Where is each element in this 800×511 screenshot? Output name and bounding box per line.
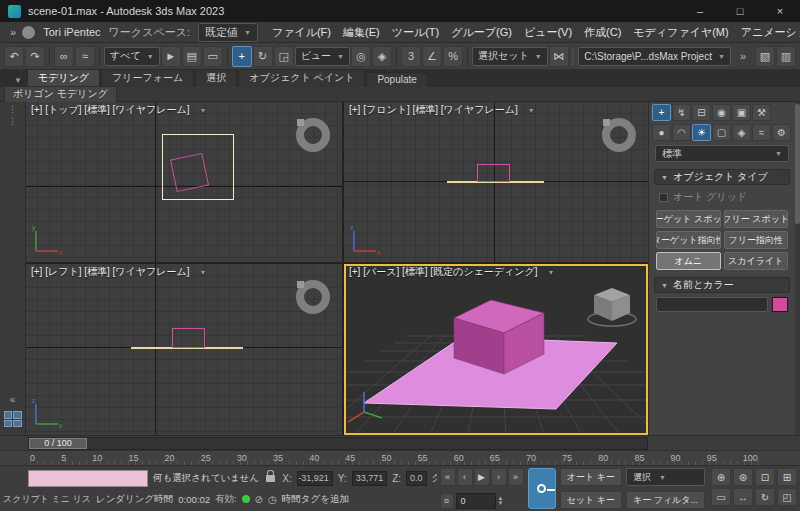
light-type-dropdown[interactable]: 標準 ▼ — [655, 145, 789, 162]
viewport-label-text[interactable]: [+] [フロント] [標準] [ワイヤフレーム] — [349, 103, 518, 117]
y-coordinate-field[interactable]: 33,771 — [352, 471, 388, 486]
keying-selection-dropdown[interactable]: 選択▼ — [626, 468, 705, 486]
object-name-field[interactable] — [656, 297, 768, 312]
current-frame-field[interactable]: 0 — [456, 493, 496, 509]
undo-icon[interactable]: ↶ — [4, 46, 24, 67]
redo-icon[interactable]: ↷ — [25, 46, 45, 67]
selection-lock-icon[interactable] — [266, 475, 275, 482]
add-time-tag[interactable]: 時間タグを追加 — [282, 493, 349, 506]
rotate-icon[interactable]: ↻ — [253, 46, 273, 67]
select-link-icon[interactable]: ∞ — [54, 46, 74, 67]
motion-tab[interactable]: ◉ — [712, 104, 731, 121]
menu-tools[interactable]: ツール(T) — [386, 25, 446, 40]
viewcube[interactable] — [296, 280, 330, 314]
viewport-perspective[interactable]: [+] [パース] [標準] [既定のシェーディング]▼ — [344, 264, 648, 435]
skylight-button[interactable]: スカイライト — [724, 252, 789, 270]
snap-toggle-3d-icon[interactable]: 3 — [401, 46, 421, 67]
tab-modeling[interactable]: モデリング — [27, 69, 100, 87]
viewport-front[interactable]: x z [+] [フロント] [標準] [ワイヤフレーム]▼ — [344, 102, 648, 262]
target-spot-button[interactable]: ターゲット スポット — [656, 210, 721, 228]
omni-button[interactable]: オムニ — [656, 252, 721, 270]
orbit-icon[interactable]: ↻ — [755, 488, 775, 506]
free-spot-button[interactable]: フリー スポット — [724, 210, 789, 228]
modify-tab[interactable]: ↯ — [672, 104, 691, 121]
menu-views[interactable]: ビュー(V) — [518, 25, 578, 40]
cameras-category[interactable]: ▢ — [712, 124, 731, 141]
move-icon[interactable]: + — [232, 46, 252, 67]
utilities-tab[interactable]: ⚒ — [752, 104, 771, 121]
project-folder-dropdown[interactable]: C:\Storage\P...dsMax Project▼ — [578, 47, 731, 66]
viewcube[interactable] — [602, 118, 636, 152]
pivot-center-icon[interactable]: ◎ — [351, 46, 371, 67]
scale-icon[interactable]: ◲ — [274, 46, 294, 67]
name-color-rollout[interactable]: ▼ 名前とカラー — [654, 277, 790, 293]
collapse-strip-button[interactable]: « — [10, 394, 16, 405]
zoom-icon[interactable]: ⊕ — [711, 468, 731, 486]
object-color-swatch[interactable] — [772, 297, 788, 312]
toolbar-overflow-button[interactable]: » — [734, 50, 752, 62]
helpers-category[interactable]: ◈ — [732, 124, 751, 141]
viewport-label[interactable]: [+] [トップ] [標準] [ワイヤフレーム]▼ — [31, 103, 206, 117]
bind-spacewarp-icon[interactable]: ≈ — [75, 46, 95, 67]
workspace-dropdown[interactable]: 既定値▼ — [198, 23, 258, 42]
viewcube[interactable] — [588, 288, 636, 326]
tab-freeform[interactable]: フリーフォーム — [101, 69, 194, 87]
free-direct-button[interactable]: フリー指向性 — [724, 231, 789, 249]
tab-object-paint[interactable]: オブジェクト ペイント — [238, 69, 365, 87]
maximize-button[interactable]: □ — [720, 0, 760, 22]
viewport-label[interactable]: [+] [フロント] [標準] [ワイヤフレーム]▼ — [349, 103, 535, 117]
macro-recorder-line[interactable] — [28, 470, 148, 487]
tab-selection[interactable]: 選択 — [195, 69, 237, 87]
play-button[interactable]: ▶ — [474, 468, 490, 486]
maxscript-listener-tabs[interactable]: スクリプト ミニ リス — [3, 493, 91, 506]
x-coordinate-field[interactable]: -31,921 — [297, 471, 333, 486]
viewport-top[interactable]: x y [+] [トップ] [標準] [ワイヤフレーム]▼ — [26, 102, 342, 262]
select-by-name-icon[interactable]: ▤ — [182, 46, 202, 67]
go-end-button[interactable]: » — [508, 468, 524, 486]
minimize-button[interactable]: – — [680, 0, 720, 22]
box-wireframe[interactable] — [170, 153, 209, 192]
create-tab[interactable]: + — [652, 104, 671, 121]
go-start-button[interactable]: « — [440, 468, 456, 486]
scene-explorer-icon[interactable]: ▧ — [755, 46, 775, 67]
menu-edit[interactable]: 編集(E) — [337, 25, 386, 40]
viewport-label-text[interactable]: [+] [パース] [標準] [既定のシェーディング] — [349, 265, 538, 279]
coord-system-dropdown[interactable]: ビュー▼ — [295, 47, 350, 66]
polygon-modeling-tab[interactable]: ポリゴン モデリング — [4, 86, 117, 103]
user-avatar[interactable] — [22, 26, 35, 39]
viewport-label-text[interactable]: [+] [レフト] [標準] [ワイヤフレーム] — [31, 265, 190, 279]
set-keys-button[interactable] — [528, 468, 556, 509]
geometry-category[interactable]: ● — [652, 124, 671, 141]
toolbar-grip-icon[interactable]: ⋮ — [8, 118, 17, 124]
mirror-icon[interactable]: ⋈ — [549, 46, 569, 67]
auto-key-button[interactable]: オート キー — [560, 468, 622, 486]
next-frame-button[interactable]: › — [491, 468, 507, 486]
layer-explorer-icon[interactable]: ▥ — [776, 46, 796, 67]
lights-category[interactable]: ☀ — [692, 124, 711, 141]
object-type-rollout[interactable]: ▼ オブジェクト タイプ — [654, 169, 790, 185]
select-object-icon[interactable]: ► — [161, 46, 181, 67]
display-tab[interactable]: ▣ — [732, 104, 751, 121]
pan-icon[interactable]: ↔ — [733, 488, 753, 506]
menu-modifiers[interactable]: モディファイヤ(M) — [627, 25, 734, 40]
zoom-extents-all-icon[interactable]: ⊞ — [777, 468, 797, 486]
selection-filter-dropdown[interactable]: すべて▼ — [104, 47, 160, 66]
angle-snap-icon[interactable]: ∠ — [422, 46, 442, 67]
hierarchy-tab[interactable]: ⊟ — [692, 104, 711, 121]
spacewarps-category[interactable]: ≈ — [752, 124, 771, 141]
time-slider-handle[interactable]: 0 / 100 — [29, 438, 87, 449]
zoom-all-icon[interactable]: ⊛ — [733, 468, 753, 486]
box-wireframe[interactable] — [477, 164, 510, 182]
frame-spinner[interactable]: ▲▼ — [498, 496, 504, 506]
z-coordinate-field[interactable]: 0.0 — [406, 471, 427, 486]
command-panel-scrollbar[interactable] — [795, 102, 800, 435]
time-slider-track[interactable]: 0 / 100 — [28, 437, 648, 450]
viewport-left[interactable]: y z [+] [レフト] [標準] [ワイヤフレーム]▼ — [26, 264, 342, 435]
zoom-extents-icon[interactable]: ⊡ — [755, 468, 775, 486]
viewcube[interactable] — [296, 118, 330, 152]
menu-animation[interactable]: アニメーション(A) — [735, 25, 800, 40]
zoom-region-icon[interactable]: ▭ — [711, 488, 731, 506]
autogrid-checkbox[interactable] — [659, 193, 668, 202]
track-bar[interactable]: 0510152025303540455055606570758085909510… — [0, 450, 800, 465]
menu-group[interactable]: グループ(G) — [445, 25, 518, 40]
